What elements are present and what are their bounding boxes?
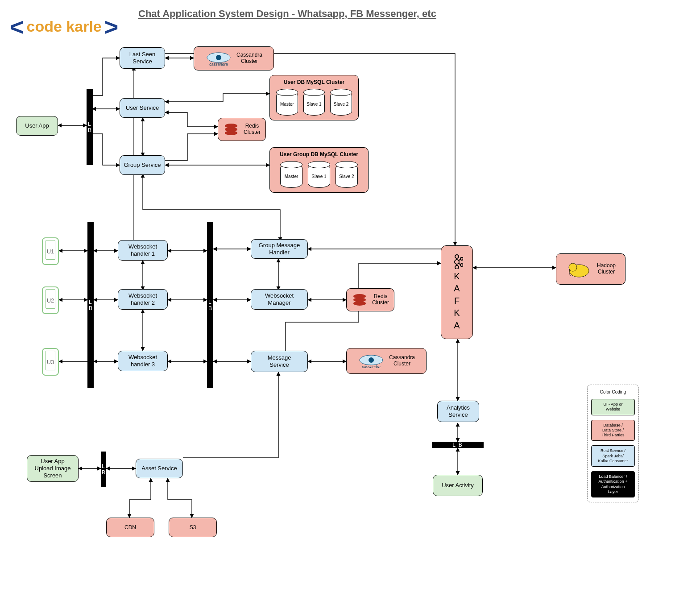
svg-point-44 [455, 265, 459, 269]
message-service: Message Service [251, 351, 308, 372]
db-cylinder-icon: Master [280, 164, 302, 188]
group-message-handler: Group Message Handler [251, 239, 308, 259]
websocket-manager: Websocket Manager [251, 289, 308, 310]
cassandra-eye-icon: cassandra [358, 353, 385, 369]
kafka-logo-icon [451, 254, 463, 269]
user-db-cluster: User DB MySQL Cluster Master Slave 1 Sla… [269, 75, 359, 120]
redis-icon [352, 292, 368, 308]
ws-handler-3: Websocket handler 3 [118, 351, 168, 371]
user-app: User App [16, 116, 58, 136]
redis-cluster-user: Redis Cluster [218, 118, 266, 141]
svg-line-50 [459, 263, 460, 265]
svg-point-29 [216, 55, 221, 60]
db-cylinder-icon: Slave 1 [308, 164, 330, 188]
legend-swatch-black: Load Balancer / Authentication + Authori… [591, 471, 635, 497]
svg-point-38 [369, 357, 374, 363]
device-u3: U3 [42, 348, 59, 376]
db-cylinder-icon: Master [276, 91, 298, 116]
cassandra-cluster-messages: cassandra Cassandra Cluster [346, 348, 427, 374]
db-cylinder-icon: Slave 1 [303, 91, 325, 116]
db-cylinder-icon: Slave 2 [330, 91, 352, 116]
hadoop-elephant-icon [566, 259, 592, 279]
svg-point-46 [460, 264, 463, 266]
logo-code-karle: < code karle > [10, 18, 118, 35]
user-group-db-cluster: User Group DB MySQL Cluster Master Slave… [269, 147, 369, 193]
page-title: Chat Application System Design - Whatsap… [138, 8, 436, 20]
device-u2: U2 [42, 286, 59, 314]
asset-service: Asset Service [136, 459, 183, 478]
analytics-service: Analytics Service [437, 401, 479, 422]
db-cylinder-icon: Slave 2 [336, 164, 358, 188]
s3: S3 [169, 518, 217, 537]
ws-handler-1: Websocket handler 1 [118, 240, 168, 261]
kafka: K A F K A [441, 245, 473, 339]
hadoop-cluster: Hadoop Cluster [556, 253, 625, 285]
svg-point-42 [455, 255, 459, 258]
group-service: Group Service [120, 155, 165, 175]
svg-line-49 [459, 259, 460, 261]
user-app-upload-screen: User App Upload Image Screen [27, 455, 79, 482]
svg-text:cassandra: cassandra [362, 365, 381, 369]
lb-ws-right: L B [207, 222, 213, 388]
user-activity: User Activity [433, 475, 483, 496]
svg-text:cassandra: cassandra [209, 62, 228, 66]
ws-handler-2: Websocket handler 2 [118, 289, 168, 310]
svg-point-36 [353, 301, 366, 306]
lb-analytics: L B [432, 442, 484, 448]
redis-icon [223, 121, 239, 137]
legend-swatch-red: Database / Data Store / Third Parties [591, 420, 635, 441]
svg-point-43 [455, 260, 459, 264]
legend-swatch-blue: Rest Service / Spark Jobs/ Kafka Consume… [591, 445, 635, 467]
redis-cluster-ws: Redis Cluster [346, 288, 394, 311]
last-seen-service: Last Seen Service [120, 47, 165, 69]
cassandra-cluster-lastseen: cassandra Cassandra Cluster [194, 46, 274, 70]
user-service: User Service [120, 98, 165, 118]
legend-color-coding: Color Coding UI - App or Website Databas… [587, 385, 639, 502]
lb-ws-left: L B [87, 222, 94, 388]
svg-point-41 [569, 263, 577, 271]
lb-http-1: L B [87, 89, 93, 165]
lb-asset: L B [101, 452, 106, 487]
svg-point-45 [460, 257, 463, 260]
cdn: CDN [106, 518, 154, 537]
legend-swatch-green: UI - App or Website [591, 399, 635, 415]
device-u1: U1 [42, 237, 59, 265]
cassandra-eye-icon: cassandra [205, 50, 232, 66]
svg-point-33 [225, 131, 237, 135]
